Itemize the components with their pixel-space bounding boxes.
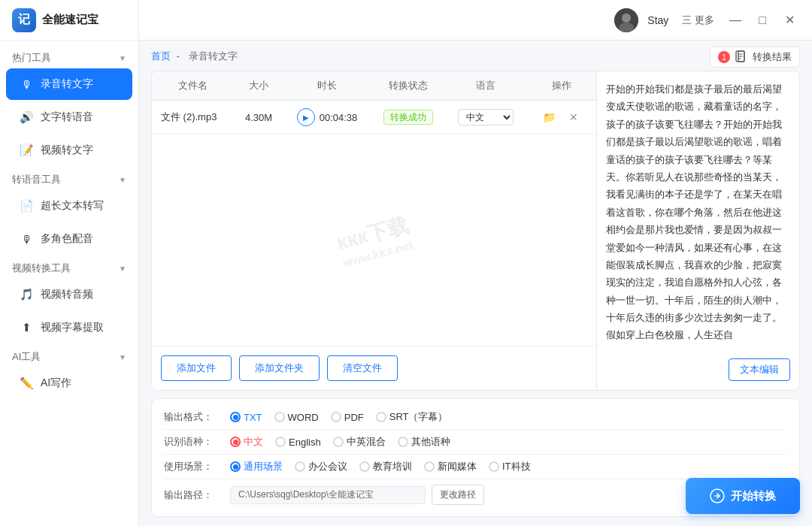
app-logo-text: 全能速记宝 (42, 13, 98, 27)
breadcrumb-current: 录音转文字 (189, 50, 238, 62)
titlebar: Stay 三 更多 — □ ✕ (139, 0, 812, 41)
play-button[interactable]: ▶ (297, 108, 315, 126)
split-area: 文件名 大小 时长 转换状态 语言 操作 文件 (2).m (152, 71, 799, 390)
file-language-cell: 中文 English (445, 101, 526, 135)
lang-other[interactable]: 其他语种 (398, 435, 450, 449)
format-word[interactable]: WORD (274, 412, 319, 423)
chevron-down-icon-3: ▼ (119, 265, 126, 273)
col-action: 操作 (527, 71, 596, 101)
radio-word-circle (274, 412, 285, 422)
file-table: 文件名 大小 时长 转换状态 语言 操作 文件 (2).m (152, 71, 596, 135)
video-text-icon: 📝 (18, 142, 35, 159)
text-edit-button[interactable]: 文本编辑 (729, 358, 790, 381)
col-status: 转换状态 (371, 71, 445, 101)
radio-news-circle (424, 461, 435, 472)
sidebar: 记 全能速记宝 热门工具 ▼ 🎙 录音转文字 🔊 文字转语音 📝 视频转文字 转… (0, 0, 139, 526)
sidebar-item-audio-to-text[interactable]: 🎙 录音转文字 (6, 68, 132, 100)
result-badge-count: 1 (718, 51, 730, 63)
avatar-image (614, 8, 638, 32)
clear-files-button[interactable]: 清空文件 (327, 355, 398, 381)
breadcrumb-separator: - (177, 50, 180, 62)
sidebar-item-ai-write[interactable]: ✏️ AI写作 (6, 367, 132, 399)
speech-icon: 🔊 (18, 109, 35, 125)
divider-1 (164, 429, 787, 430)
file-name-cell: 文件 (2).mp3 (152, 101, 234, 135)
radio-mixed-circle (333, 437, 344, 447)
format-pdf[interactable]: PDF (331, 412, 364, 423)
radio-srt-circle (376, 412, 386, 422)
main-content: Stay 三 更多 — □ ✕ 首页 - 录音转文字 1 转换结果 (139, 0, 812, 526)
sidebar-item-long-text[interactable]: 📄 超长文本转写 (6, 190, 132, 222)
status-badge: 转换成功 (383, 110, 433, 125)
output-format-group: TXT WORD PDF SRT（字幕） (230, 410, 448, 424)
logo-area: 记 全能速记宝 (0, 0, 139, 41)
transcription-text: 开始的开始我们都是孩子最后的最后渴望变成天使歌谣的歌谣，藏着童话的名字，孩子的孩… (606, 80, 790, 344)
add-folder-button[interactable]: 添加文件夹 (239, 355, 320, 381)
file-status-cell: 转换成功 (371, 101, 445, 135)
scene-row: 使用场景： 通用场景 办公会议 教育培训 (164, 456, 787, 477)
file-size-cell: 4.30M (234, 101, 283, 135)
watermark-text: ккк下载 www.kkx.net (333, 210, 415, 270)
convert-result-badge[interactable]: 1 转换结果 (710, 47, 800, 68)
divider-2 (164, 454, 787, 455)
language-select[interactable]: 中文 English (458, 109, 514, 125)
table-row: 文件 (2).mp3 4.30M ▶ 00:04:38 (152, 101, 596, 135)
sidebar-item-text-to-speech[interactable]: 🔊 文字转语音 (6, 101, 132, 133)
document-icon (735, 50, 748, 64)
lang-english[interactable]: English (275, 437, 321, 448)
minimize-button[interactable]: — (725, 10, 746, 31)
pencil-icon: ✏️ (18, 375, 35, 391)
user-name-label: Stay (647, 14, 668, 26)
file-duration-cell: ▶ 00:04:38 (283, 101, 371, 135)
scene-general[interactable]: 通用场景 (230, 460, 283, 473)
app-logo-icon: 记 (12, 8, 36, 32)
more-button[interactable]: 三 更多 (677, 12, 719, 29)
radio-other-circle (398, 437, 408, 447)
sidebar-item-video-to-text[interactable]: 📝 视频转文字 (6, 135, 132, 166)
radio-it-circle (489, 461, 499, 472)
output-path-label: 输出路径： (164, 488, 224, 502)
doc-icon: 📄 (18, 198, 35, 214)
scene-it[interactable]: IT科技 (489, 460, 531, 473)
radio-education-circle (359, 461, 370, 472)
sidebar-item-video-audio[interactable]: 🎵 视频转音频 (6, 279, 132, 310)
section-video-tools[interactable]: 视频转换工具 ▼ (0, 255, 138, 278)
content-panel: 文件名 大小 时长 转换状态 语言 操作 文件 (2).m (151, 71, 800, 391)
avatar (614, 8, 638, 32)
section-hot-tools[interactable]: 热门工具 ▼ (0, 45, 138, 68)
section-ai-tools[interactable]: AI工具 ▼ (0, 344, 138, 367)
radio-txt-circle (230, 412, 241, 422)
file-action-cell: 📁 ✕ (527, 101, 596, 135)
scene-office[interactable]: 办公会议 (295, 460, 347, 473)
col-filename: 文件名 (152, 71, 234, 101)
lang-mixed[interactable]: 中英混合 (333, 435, 386, 449)
start-convert-button[interactable]: 开始转换 (686, 478, 800, 514)
breadcrumb: 首页 - 录音转文字 (151, 50, 800, 63)
svg-point-1 (622, 14, 631, 23)
lang-chinese[interactable]: 中文 (230, 435, 263, 449)
language-row: 识别语种： 中文 English 中英混合 (164, 431, 787, 452)
format-srt[interactable]: SRT（字幕） (376, 410, 448, 424)
scene-news[interactable]: 新闻媒体 (424, 460, 477, 473)
left-panel: 文件名 大小 时长 转换状态 语言 操作 文件 (2).m (152, 71, 596, 390)
body-area: 首页 - 录音转文字 1 转换结果 (139, 41, 812, 526)
sidebar-item-video-subtitle[interactable]: ⬆ 视频字幕提取 (6, 312, 132, 343)
output-path-input[interactable] (230, 486, 426, 504)
close-button[interactable]: ✕ (779, 10, 800, 31)
chevron-down-icon-4: ▼ (119, 353, 126, 361)
delete-icon[interactable]: ✕ (565, 108, 583, 126)
format-txt[interactable]: TXT (230, 412, 262, 423)
language-label: 识别语种： (164, 435, 224, 449)
scene-education[interactable]: 教育培训 (359, 460, 412, 473)
output-format-label: 输出格式： (164, 410, 224, 424)
breadcrumb-home[interactable]: 首页 (151, 50, 171, 62)
sidebar-item-multi-voice[interactable]: 🎙 多角色配音 (6, 223, 132, 255)
section-speech-tools[interactable]: 转语音工具 ▼ (0, 167, 138, 189)
col-duration: 时长 (283, 71, 371, 101)
convert-icon (710, 488, 725, 503)
chevron-down-icon: ▼ (119, 54, 126, 62)
maximize-button[interactable]: □ (752, 10, 773, 31)
folder-icon[interactable]: 📁 (541, 108, 559, 126)
add-file-button[interactable]: 添加文件 (161, 355, 232, 381)
change-path-button[interactable]: 更改路径 (432, 485, 484, 505)
